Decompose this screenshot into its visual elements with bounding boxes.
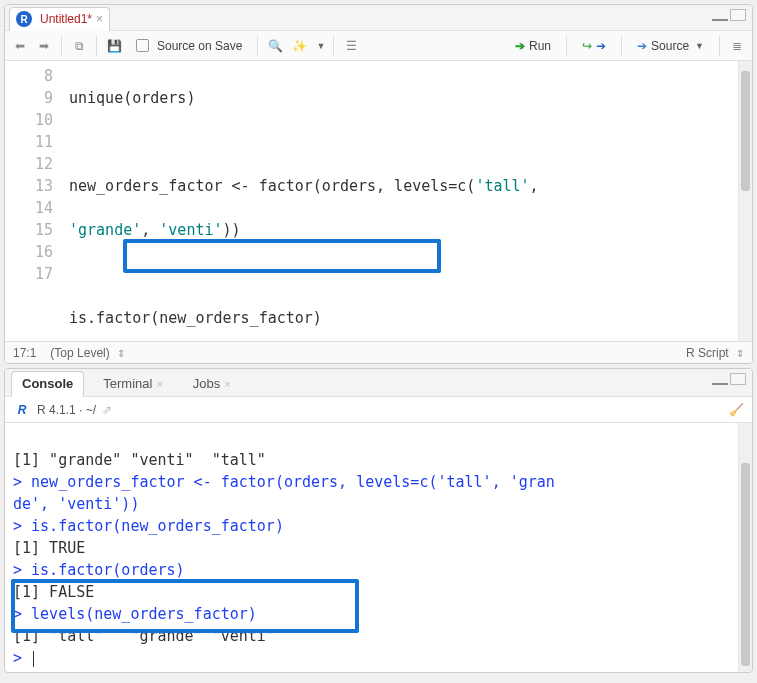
line-gutter: 8 9 10 11 12 13 14 15 16 17: [5, 61, 63, 341]
tab-terminal-label: Terminal: [103, 376, 152, 391]
console-line: de', 'venti')): [13, 495, 139, 513]
console-line: > levels(new_orders_factor): [13, 605, 257, 623]
console-line: [1] "tall" "grande" "venti": [13, 627, 275, 645]
console-tab-bar: Console Terminal × Jobs ×: [5, 369, 752, 397]
scrollbar-thumb[interactable]: [741, 71, 750, 191]
code-line: is.factor(new_orders_factor): [69, 307, 732, 329]
line-number: 15: [5, 219, 53, 241]
rerun-blue-arrow-icon: ➔: [596, 39, 606, 53]
code-line: [69, 131, 732, 153]
line-number: 8: [5, 65, 53, 87]
maximize-pane-icon[interactable]: [730, 9, 746, 21]
source-button[interactable]: ➔ Source ▼: [630, 36, 711, 56]
scope-stepper-icon[interactable]: ⇕: [117, 348, 125, 359]
outline-toggle-icon[interactable]: ≣: [728, 37, 746, 55]
run-arrow-icon: ➔: [515, 39, 525, 53]
editor-scrollbar[interactable]: [738, 61, 752, 341]
line-number: 9: [5, 87, 53, 109]
cursor: [33, 651, 34, 667]
source-on-save-toggle[interactable]: Source on Save: [129, 36, 249, 56]
rerun-button[interactable]: ↪ ➔: [575, 36, 613, 56]
source-label: Source: [651, 39, 689, 53]
find-icon[interactable]: 🔍: [266, 37, 284, 55]
r-file-icon: R: [16, 11, 32, 27]
code-editor[interactable]: 8 9 10 11 12 13 14 15 16 17 unique(order…: [5, 61, 752, 341]
pane-window-controls[interactable]: [712, 9, 746, 21]
tab-terminal[interactable]: Terminal ×: [92, 371, 174, 397]
console-prompt[interactable]: >: [13, 649, 34, 667]
outline-icon[interactable]: ☰: [342, 37, 360, 55]
language-stepper-icon[interactable]: ⇕: [736, 348, 744, 359]
checkbox-icon[interactable]: [136, 39, 149, 52]
source-menu-caret[interactable]: ▼: [695, 41, 704, 51]
console-header: R R 4.1.1 · ~/ ⇗ 🧹: [5, 397, 752, 423]
wand-icon[interactable]: ✨: [290, 37, 308, 55]
console-pane: Console Terminal × Jobs × R R 4.1.1 · ~/…: [4, 368, 753, 673]
tab-title: Untitled1*: [40, 12, 92, 26]
back-icon[interactable]: ⬅: [11, 37, 29, 55]
code-line: new_orders_factor <- factor(orders, leve…: [69, 175, 732, 197]
console-line: > is.factor(new_orders_factor): [13, 517, 284, 535]
forward-icon[interactable]: ➡: [35, 37, 53, 55]
pane-window-controls[interactable]: [712, 373, 746, 385]
console-line: > new_orders_factor <- factor(orders, le…: [13, 473, 555, 491]
editor-tab-bar: R Untitled1* ×: [5, 5, 752, 31]
line-number: 14: [5, 197, 53, 219]
show-in-new-window-icon[interactable]: ⧉: [70, 37, 88, 55]
run-button[interactable]: ➔ Run: [508, 36, 558, 56]
console-line: [1] "grande" "venti" "tall": [13, 451, 266, 469]
close-tab-icon[interactable]: ×: [224, 378, 230, 390]
minimize-pane-icon[interactable]: [712, 373, 728, 385]
rerun-green-arrow-icon: ↪: [582, 39, 592, 53]
wand-menu-caret[interactable]: ▼: [316, 41, 325, 51]
run-label: Run: [529, 39, 551, 53]
language-mode[interactable]: R Script: [686, 346, 729, 360]
save-icon[interactable]: 💾: [105, 37, 123, 55]
tab-jobs[interactable]: Jobs ×: [182, 371, 242, 397]
source-on-save-label: Source on Save: [157, 39, 242, 53]
source-arrow-icon: ➔: [637, 39, 647, 53]
source-editor-pane: R Untitled1* × ⬅ ➡ ⧉ 💾 Source on Save 🔍 …: [4, 4, 753, 364]
tab-console-label: Console: [22, 376, 73, 391]
maximize-pane-icon[interactable]: [730, 373, 746, 385]
console-line: [1] FALSE: [13, 583, 94, 601]
close-tab-icon[interactable]: ×: [156, 378, 162, 390]
scope-indicator[interactable]: (Top Level): [50, 346, 109, 360]
editor-status-bar: 17:1 (Top Level) ⇕ R Script ⇕: [5, 341, 752, 363]
minimize-pane-icon[interactable]: [712, 9, 728, 21]
line-number: 12: [5, 153, 53, 175]
clear-console-icon[interactable]: 🧹: [729, 403, 744, 417]
code-line: unique(orders): [69, 87, 732, 109]
line-number: 16: [5, 241, 53, 263]
line-number: 11: [5, 131, 53, 153]
r-version-path: R 4.1.1 · ~/: [37, 403, 96, 417]
console-line: > is.factor(orders): [13, 561, 185, 579]
tab-console[interactable]: Console: [11, 371, 84, 397]
line-number: 17: [5, 263, 53, 285]
editor-tab[interactable]: R Untitled1* ×: [9, 7, 110, 31]
console-output[interactable]: [1] "grande" "venti" "tall" > new_orders…: [5, 423, 752, 672]
editor-toolbar: ⬅ ➡ ⧉ 💾 Source on Save 🔍 ✨ ▼ ☰ ➔ Run ↪ ➔…: [5, 31, 752, 61]
console-line: [1] TRUE: [13, 539, 85, 557]
cursor-position: 17:1: [13, 346, 36, 360]
close-tab-icon[interactable]: ×: [96, 12, 103, 26]
r-logo-icon: R: [13, 403, 31, 417]
scrollbar-thumb[interactable]: [741, 463, 750, 666]
line-number: 10: [5, 109, 53, 131]
line-number: 13: [5, 175, 53, 197]
go-to-dir-icon[interactable]: ⇗: [102, 403, 112, 417]
code-body[interactable]: unique(orders) new_orders_factor <- fact…: [63, 61, 738, 341]
tab-jobs-label: Jobs: [193, 376, 220, 391]
console-scrollbar[interactable]: [738, 423, 752, 672]
code-line: [69, 263, 732, 285]
code-line: 'grande', 'venti')): [69, 219, 732, 241]
